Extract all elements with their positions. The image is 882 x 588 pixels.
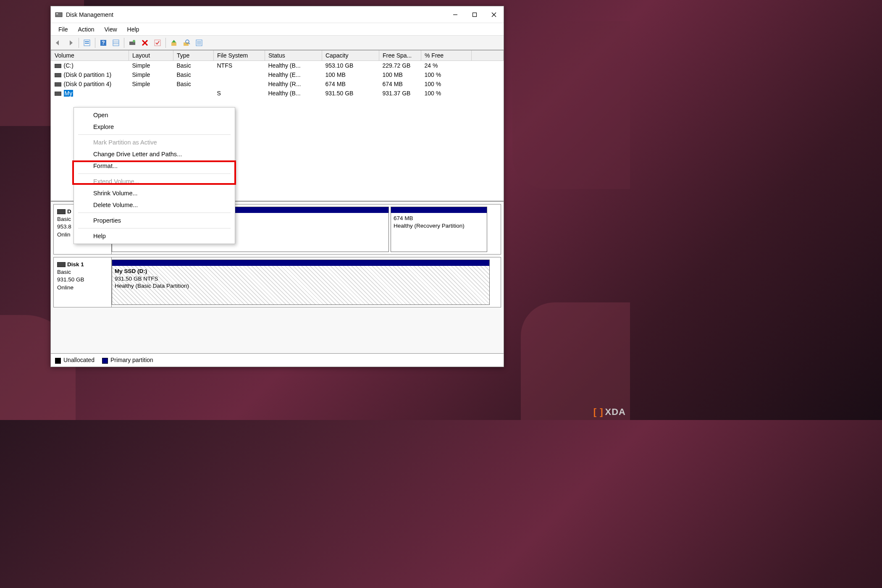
table-row[interactable]: (Disk 0 partition 1)SimpleBasicHealthy (… xyxy=(51,70,504,79)
volume-icon xyxy=(55,64,61,68)
svg-rect-11 xyxy=(113,40,119,46)
col-pctfree[interactable]: % Free xyxy=(421,50,472,61)
volume-icon xyxy=(55,73,61,77)
menu-item-extend-volume: Extend Volume... xyxy=(74,176,235,187)
menu-item-properties[interactable]: Properties xyxy=(74,215,235,226)
menu-item-shrink-volume[interactable]: Shrink Volume... xyxy=(74,187,235,199)
col-layout[interactable]: Layout xyxy=(129,50,173,61)
svg-rect-0 xyxy=(55,13,62,17)
svg-rect-17 xyxy=(171,42,176,46)
svg-rect-3 xyxy=(473,13,477,16)
menu-separator xyxy=(78,173,231,174)
properties-icon[interactable] xyxy=(81,37,92,48)
toolbar: ? xyxy=(51,36,504,50)
list-icon[interactable] xyxy=(194,37,205,48)
volume-icon xyxy=(55,82,61,87)
svg-rect-8 xyxy=(85,43,89,44)
menu-separator xyxy=(78,134,231,135)
menu-item-format[interactable]: Format... xyxy=(74,160,235,172)
disk-icon xyxy=(57,209,66,214)
table-row[interactable]: MySHealthy (B...931.50 GB931.37 GB100 % xyxy=(51,89,504,98)
up-icon[interactable] xyxy=(168,37,179,48)
close-button[interactable] xyxy=(484,6,504,23)
svg-rect-1 xyxy=(56,13,58,14)
titlebar[interactable]: Disk Management xyxy=(51,6,504,23)
menu-help[interactable]: Help xyxy=(122,25,144,34)
search-icon[interactable] xyxy=(181,37,192,48)
partition[interactable]: My SSD (D:)931.50 GB NTFSHealthy (Basic … xyxy=(112,260,490,305)
help-icon[interactable]: ? xyxy=(98,37,109,48)
menu-item-help[interactable]: Help xyxy=(74,230,235,242)
watermark: [ ] XDA xyxy=(593,407,626,417)
col-free[interactable]: Free Spa... xyxy=(379,50,421,61)
bracket-icon: [ ] xyxy=(593,407,604,417)
background-decoration xyxy=(521,302,630,420)
menu-item-change-drive-letter-and-paths[interactable]: Change Drive Letter and Paths... xyxy=(74,148,235,160)
disk-icon xyxy=(57,262,66,267)
table-row[interactable]: (C:)SimpleBasicNTFSHealthy (B...953.10 G… xyxy=(51,61,504,71)
legend-primary: Primary partition xyxy=(102,357,153,363)
partition[interactable]: 674 MBHealthy (Recovery Partition) xyxy=(391,207,487,252)
menu-item-explore[interactable]: Explore xyxy=(74,121,235,133)
col-filesystem[interactable]: File System xyxy=(214,50,265,61)
back-icon[interactable] xyxy=(52,37,63,48)
legend: Unallocated Primary partition xyxy=(51,353,504,367)
window-title: Disk Management xyxy=(66,11,446,18)
delete-icon[interactable] xyxy=(139,37,150,48)
col-volume[interactable]: Volume xyxy=(51,50,129,61)
menu-item-open[interactable]: Open xyxy=(74,109,235,121)
svg-text:?: ? xyxy=(102,40,105,46)
col-type[interactable]: Type xyxy=(173,50,214,61)
partition-container: My SSD (D:)931.50 GB NTFSHealthy (Basic … xyxy=(112,257,501,307)
background-decoration xyxy=(512,21,630,189)
menu-item-mark-partition-as-active: Mark Partition as Active xyxy=(74,136,235,148)
menu-item-delete-volume[interactable]: Delete Volume... xyxy=(74,199,235,211)
app-icon xyxy=(55,11,63,18)
menu-separator xyxy=(78,228,231,228)
menu-separator xyxy=(78,213,231,213)
volume-icon xyxy=(55,92,61,96)
svg-point-15 xyxy=(133,40,135,42)
context-menu: OpenExploreMark Partition as ActiveChang… xyxy=(74,107,235,244)
table-row[interactable]: (Disk 0 partition 4)SimpleBasicHealthy (… xyxy=(51,79,504,89)
menu-action[interactable]: Action xyxy=(73,25,100,34)
menubar: File Action View Help xyxy=(51,23,504,36)
forward-icon[interactable] xyxy=(65,37,76,48)
col-status[interactable]: Status xyxy=(265,50,322,61)
watermark-text: XDA xyxy=(605,407,626,417)
menu-file[interactable]: File xyxy=(53,25,73,34)
volume-table[interactable]: Volume Layout Type File System Status Ca… xyxy=(51,50,504,98)
maximize-button[interactable] xyxy=(465,6,484,23)
detail-icon[interactable] xyxy=(110,37,121,48)
svg-line-20 xyxy=(189,43,190,44)
refresh-icon[interactable] xyxy=(127,37,138,48)
legend-unallocated: Unallocated xyxy=(55,357,94,363)
minimize-button[interactable] xyxy=(446,6,465,23)
menu-view[interactable]: View xyxy=(99,25,122,34)
svg-rect-7 xyxy=(85,41,89,42)
disk-row[interactable]: Disk 1Basic931.50 GBOnlineMy SSD (D:)931… xyxy=(53,257,501,307)
col-capacity[interactable]: Capacity xyxy=(322,50,379,61)
disk-info: Disk 1Basic931.50 GBOnline xyxy=(54,257,112,307)
check-icon[interactable] xyxy=(152,37,163,48)
table-header-row[interactable]: Volume Layout Type File System Status Ca… xyxy=(51,50,504,61)
